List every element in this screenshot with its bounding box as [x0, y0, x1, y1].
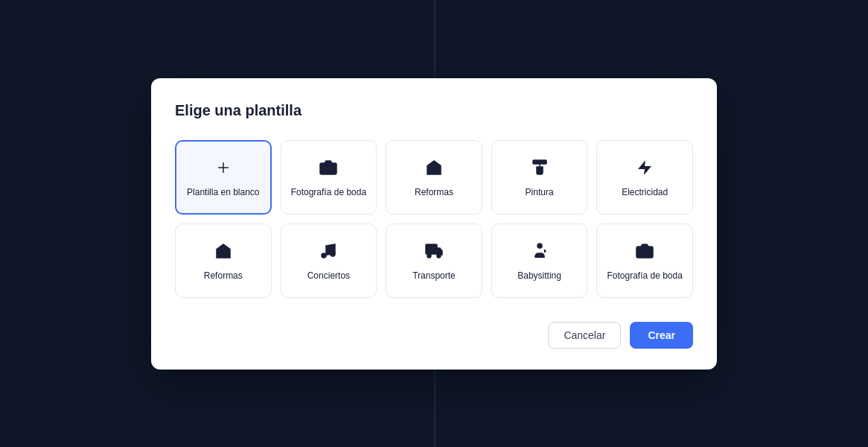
card-label-blank: Plantilla en blanco [187, 187, 259, 199]
card-label-wedding-photo-1: Fotografía de boda [291, 187, 366, 199]
camera-icon-1 [319, 159, 337, 180]
svg-point-9 [427, 254, 431, 258]
card-label-concerts: Conciertos [307, 270, 350, 282]
card-wedding-photo-2[interactable]: Fotografía de boda [596, 224, 693, 298]
svg-point-7 [331, 252, 335, 256]
cancel-button[interactable]: Cancelar [548, 322, 621, 349]
card-label-reforms-2: Reformas [204, 270, 243, 282]
home-icon-1 [425, 159, 443, 180]
svg-rect-3 [533, 160, 546, 164]
card-label-wedding-photo-2: Fotografía de boda [607, 270, 682, 282]
card-reforms-1[interactable]: Reformas [386, 140, 482, 215]
card-label-paint: Pintura [526, 187, 554, 199]
svg-rect-8 [426, 244, 437, 254]
modal-dialog: Elige una plantilla Plantilla en blanco … [151, 78, 717, 370]
svg-point-6 [322, 253, 326, 258]
template-grid: Plantilla en blanco Fotografía de boda R… [175, 140, 693, 298]
card-electricity[interactable]: Electricidad [596, 140, 693, 215]
svg-marker-5 [638, 160, 651, 175]
svg-point-10 [437, 254, 441, 258]
card-reforms-2[interactable]: Reformas [175, 224, 272, 298]
truck-icon [425, 242, 443, 263]
home-icon-2 [214, 242, 232, 263]
card-paint[interactable]: Pintura [491, 140, 588, 215]
modal-footer: Cancelar Crear [175, 322, 693, 349]
card-blank[interactable]: Plantilla en blanco [175, 140, 272, 215]
card-label-transport: Transporte [412, 270, 456, 282]
plus-icon [214, 159, 232, 180]
card-wedding-photo-1[interactable]: Fotografía de boda [281, 140, 377, 215]
camera-icon-2 [636, 242, 654, 263]
card-transport[interactable]: Transporte [386, 224, 482, 298]
svg-point-11 [537, 244, 542, 248]
music-icon [319, 242, 337, 263]
modal-title: Elige una plantilla [175, 102, 693, 119]
card-babysitting[interactable]: Babysitting [491, 224, 588, 298]
card-label-electricity: Electricidad [622, 187, 668, 199]
card-concerts[interactable]: Conciertos [281, 224, 377, 298]
electricity-icon [636, 159, 654, 180]
svg-point-12 [642, 249, 648, 255]
svg-point-2 [325, 165, 331, 171]
card-label-babysitting: Babysitting [517, 270, 561, 282]
baby-icon [531, 242, 549, 263]
paint-icon [531, 159, 549, 180]
create-button[interactable]: Crear [630, 322, 693, 349]
card-label-reforms-1: Reformas [415, 187, 453, 199]
